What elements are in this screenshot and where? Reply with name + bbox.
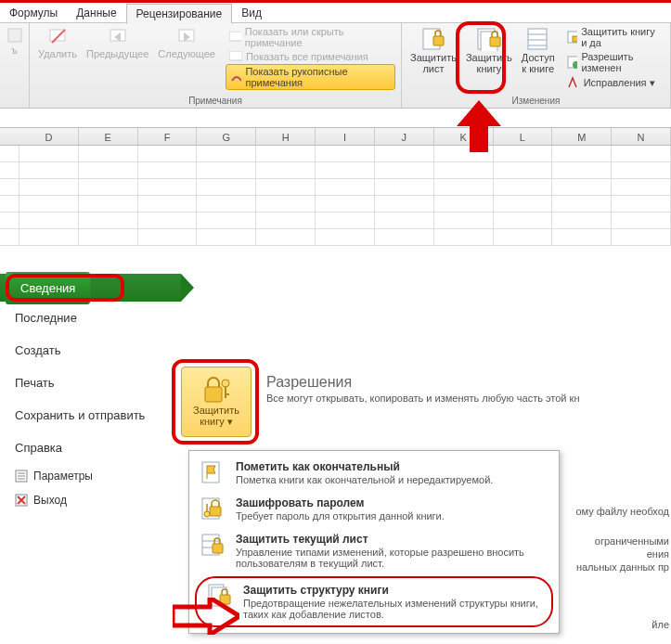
- permissions-subtitle: Все могут открывать, копировать и изменя…: [266, 393, 671, 404]
- cutoff-text: нальных данных пр: [576, 561, 669, 573]
- ribbon-tabs: Формулы Данные Рецензирование Вид: [0, 3, 671, 23]
- col-header[interactable]: I: [316, 128, 375, 145]
- allow-icon: [567, 56, 578, 69]
- cutoff-text: ограниченными: [595, 535, 669, 547]
- svg-rect-13: [490, 37, 500, 46]
- svg-point-37: [204, 511, 210, 517]
- show-all-comments[interactable]: Показать все примечания: [226, 50, 395, 63]
- col-header[interactable]: G: [197, 128, 256, 145]
- cutoff-text: ения: [647, 548, 669, 560]
- ribbon: ъ Удалить Предыдущее Следующее Показать …: [0, 23, 671, 109]
- col-header[interactable]: L: [494, 128, 553, 145]
- show-hide-comment[interactable]: Показать или скрыть примечание: [226, 25, 395, 49]
- sidebar-item-new[interactable]: Создать: [0, 334, 181, 367]
- group-changes-label: Изменения: [512, 96, 561, 108]
- exit-icon: [15, 494, 28, 507]
- tab-formulas[interactable]: Формулы: [0, 4, 67, 22]
- ink-icon: [230, 71, 242, 83]
- comments-icon: [229, 51, 242, 62]
- svg-rect-7: [229, 32, 241, 41]
- protect-menu: Пометить как окончательныйПометка книги …: [188, 450, 560, 634]
- book-lock-icon: [477, 27, 501, 51]
- sheet-cells[interactable]: [0, 146, 671, 246]
- col-header[interactable]: M: [552, 128, 612, 145]
- encrypt-icon: [200, 496, 225, 521]
- menu-item-protect-structure[interactable]: Защитить структуру книгиПредотвращение н…: [195, 576, 553, 627]
- svg-rect-42: [213, 544, 223, 553]
- sheet-lock-icon: [421, 27, 445, 51]
- tab-review[interactable]: Рецензирование: [126, 4, 233, 24]
- svg-rect-14: [528, 29, 547, 49]
- btn-truncated[interactable]: ъ: [4, 25, 26, 58]
- svg-rect-19: [573, 36, 578, 42]
- col-header[interactable]: K: [434, 128, 494, 145]
- share-workbook-button[interactable]: Доступк книге: [519, 25, 558, 76]
- sheet-lock-icon: [200, 533, 225, 557]
- show-ink-button[interactable]: Показать рукописные примечания: [226, 64, 395, 90]
- allow-changes-button[interactable]: Разрешить изменен: [563, 50, 665, 74]
- menu-item-encrypt[interactable]: Зашифровать паролемТребует пароль для от…: [189, 491, 559, 527]
- col-header[interactable]: D: [19, 128, 79, 145]
- sidebar-item-exit[interactable]: Выход: [0, 488, 181, 512]
- options-icon: [15, 470, 28, 483]
- book-lock-small-icon: [567, 31, 578, 44]
- sidebar-item-print[interactable]: Печать: [0, 367, 181, 399]
- structure-lock-icon: [208, 584, 232, 608]
- col-header[interactable]: E: [79, 128, 138, 145]
- svg-point-31: [222, 380, 229, 387]
- col-header[interactable]: F: [138, 128, 198, 145]
- svg-rect-0: [8, 29, 21, 42]
- svg-rect-30: [205, 387, 222, 402]
- backstage-content: Защититькнигу ▾ Разрешения Все могут отк…: [181, 274, 671, 644]
- menu-item-mark-final[interactable]: Пометить как окончательныйПометка книги …: [189, 455, 559, 491]
- svg-rect-36: [210, 507, 221, 516]
- protect-share-button[interactable]: Защитить книгу и да: [563, 25, 665, 49]
- permissions-title: Разрешения: [266, 374, 671, 391]
- svg-rect-8: [229, 51, 242, 60]
- tab-data[interactable]: Данные: [67, 4, 125, 22]
- tab-view[interactable]: Вид: [232, 4, 271, 22]
- protect-workbook-button[interactable]: Защититькнигу: [463, 25, 515, 76]
- protect-sheet-button[interactable]: Защититьлист: [407, 25, 459, 76]
- column-headers: D E F G H I J K L M N: [0, 127, 671, 146]
- final-icon: [200, 460, 225, 484]
- group-comments-label: Примечания: [188, 96, 242, 108]
- col-header[interactable]: N: [612, 128, 671, 145]
- comment-icon: [229, 32, 241, 43]
- track-changes-button[interactable]: Исправления ▾: [563, 75, 665, 90]
- book-share-icon: [526, 27, 550, 51]
- sidebar-item-save-send[interactable]: Сохранить и отправить: [0, 399, 181, 431]
- prev-comment-button[interactable]: Предыдущее: [84, 25, 151, 62]
- lock-key-icon: [201, 376, 231, 404]
- col-header[interactable]: H: [256, 128, 316, 145]
- svg-rect-10: [433, 36, 444, 45]
- col-header[interactable]: J: [375, 128, 434, 145]
- track-icon: [567, 76, 580, 89]
- backstage: Сведения Последние Создать Печать Сохран…: [0, 274, 671, 644]
- menu-item-protect-sheet[interactable]: Защитить текущий листУправление типами и…: [189, 527, 559, 574]
- protect-workbook-dropdown[interactable]: Защититькнигу ▾: [181, 367, 252, 437]
- sidebar-item-recent[interactable]: Последние: [0, 302, 181, 334]
- next-comment-button[interactable]: Следующее: [155, 25, 218, 62]
- sidebar-item-options[interactable]: Параметры: [0, 464, 181, 488]
- delete-comment-button[interactable]: Удалить: [35, 25, 80, 62]
- cutoff-text: ому файлу необход: [575, 506, 669, 517]
- svg-rect-45: [220, 595, 230, 604]
- sidebar-item-info[interactable]: Сведения: [6, 272, 90, 304]
- backstage-sidebar: Сведения Последние Создать Печать Сохран…: [0, 274, 181, 644]
- sidebar-item-help[interactable]: Справка: [0, 431, 181, 464]
- cutoff-text: йле: [652, 619, 669, 630]
